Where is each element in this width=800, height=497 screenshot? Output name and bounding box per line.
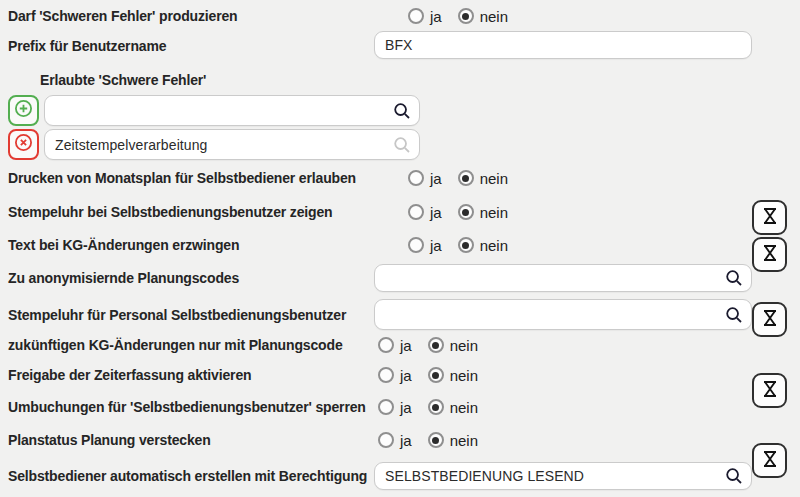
radio-ja-label[interactable]: ja bbox=[430, 170, 442, 187]
form-row: Text bei KG-Änderungen erzwingen ja nein bbox=[8, 233, 792, 257]
radio-nein[interactable] bbox=[458, 204, 474, 220]
form-row bbox=[8, 129, 792, 160]
hourglass-button[interactable] bbox=[752, 373, 787, 408]
form-row: Planstatus Planung verstecken ja nein bbox=[8, 428, 792, 452]
search-icon[interactable] bbox=[725, 269, 743, 287]
radio-ja[interactable] bbox=[378, 432, 394, 448]
radio-group: ja nein bbox=[408, 8, 508, 25]
form-row: Stempeluhr für Personal Selbstbedienungs… bbox=[8, 299, 792, 330]
radio-ja[interactable] bbox=[408, 170, 424, 186]
radio-nein-label[interactable]: nein bbox=[480, 170, 508, 187]
search-icon[interactable] bbox=[725, 306, 743, 324]
radio-nein-label[interactable]: nein bbox=[450, 432, 478, 449]
remove-button[interactable] bbox=[8, 129, 39, 160]
radio-nein[interactable] bbox=[428, 432, 444, 448]
radio-ja-label[interactable]: ja bbox=[430, 204, 442, 221]
search-input-wrap bbox=[374, 264, 752, 292]
field-label: zukünftigen KG-Änderungen nur mit Planun… bbox=[8, 337, 343, 353]
form-row: Stempeluhr bei Selbstbedienungsbenutzer … bbox=[8, 200, 792, 224]
radio-ja[interactable] bbox=[378, 367, 394, 383]
radio-group: ja nein bbox=[378, 432, 478, 449]
allowed-error-search-input[interactable] bbox=[45, 96, 393, 125]
hourglass-icon bbox=[760, 243, 780, 267]
add-button[interactable] bbox=[8, 95, 39, 126]
form-row: Drucken von Monatsplan für Selbstbediene… bbox=[8, 166, 792, 190]
form-row: Selbstbediener automatisch erstellen mit… bbox=[8, 461, 792, 491]
form-row: Prefix für Benutzername bbox=[8, 31, 792, 60]
radio-nein-label[interactable]: nein bbox=[480, 237, 508, 254]
radio-nein-label[interactable]: nein bbox=[480, 8, 508, 25]
radio-ja-label[interactable]: ja bbox=[400, 432, 412, 449]
timeclock-personnel-input[interactable] bbox=[375, 300, 725, 329]
radio-nein[interactable] bbox=[458, 170, 474, 186]
plus-icon bbox=[14, 99, 33, 122]
radio-nein[interactable] bbox=[458, 237, 474, 253]
radio-group: ja nein bbox=[378, 337, 478, 354]
search-input-wrap bbox=[44, 129, 420, 160]
field-label: Drucken von Monatsplan für Selbstbediene… bbox=[8, 170, 356, 186]
hourglass-icon bbox=[760, 206, 780, 230]
radio-nein[interactable] bbox=[428, 399, 444, 415]
radio-nein-label[interactable]: nein bbox=[450, 399, 478, 416]
hourglass-icon bbox=[760, 379, 780, 403]
search-icon[interactable] bbox=[393, 136, 411, 154]
radio-ja-label[interactable]: ja bbox=[430, 8, 442, 25]
text-input-wrap bbox=[374, 31, 752, 59]
form-row: zukünftigen KG-Änderungen nur mit Planun… bbox=[8, 333, 792, 357]
field-label: Planstatus Planung verstecken bbox=[8, 432, 211, 448]
field-label: Stempeluhr für Personal Selbstbedienungs… bbox=[8, 307, 346, 323]
search-icon[interactable] bbox=[393, 102, 411, 120]
radio-nein[interactable] bbox=[458, 8, 474, 24]
radio-group: ja nein bbox=[408, 237, 508, 254]
radio-group: ja nein bbox=[408, 204, 508, 221]
radio-nein[interactable] bbox=[428, 367, 444, 383]
field-label: Stempeluhr bei Selbstbedienungsbenutzer … bbox=[8, 204, 333, 220]
radio-group: ja nein bbox=[378, 367, 478, 384]
hourglass-button[interactable] bbox=[752, 200, 787, 235]
form-row: Darf 'Schweren Fehler' produzieren ja ne… bbox=[8, 4, 792, 28]
field-label: Darf 'Schweren Fehler' produzieren bbox=[8, 8, 238, 24]
field-label: Selbstbediener automatisch erstellen mit… bbox=[8, 468, 367, 484]
search-input-wrap bbox=[374, 299, 752, 330]
radio-ja-label[interactable]: ja bbox=[400, 337, 412, 354]
radio-group: ja nein bbox=[408, 170, 508, 187]
radio-ja[interactable] bbox=[378, 337, 394, 353]
radio-ja[interactable] bbox=[378, 399, 394, 415]
x-in-circle-icon bbox=[14, 133, 33, 156]
radio-nein-label[interactable]: nein bbox=[450, 367, 478, 384]
radio-ja-label[interactable]: ja bbox=[400, 399, 412, 416]
form-row: Freigabe der Zeiterfassung aktivieren ja… bbox=[8, 363, 792, 387]
search-input-wrap bbox=[374, 462, 752, 490]
hourglass-button[interactable] bbox=[752, 302, 787, 337]
section-label: Erlaubte 'Schwere Fehler' bbox=[40, 72, 206, 88]
settings-form: Darf 'Schweren Fehler' produzieren ja ne… bbox=[0, 0, 800, 497]
allowed-error-item-input[interactable] bbox=[45, 130, 393, 159]
search-input-wrap bbox=[44, 95, 420, 126]
form-row: Erlaubte 'Schwere Fehler' bbox=[8, 69, 792, 91]
radio-nein-label[interactable]: nein bbox=[480, 204, 508, 221]
field-label: Text bei KG-Änderungen erzwingen bbox=[8, 237, 239, 253]
hourglass-button[interactable] bbox=[752, 443, 787, 478]
radio-nein[interactable] bbox=[428, 337, 444, 353]
form-row: Zu anonymisiernde Planungscodes bbox=[8, 264, 792, 292]
radio-group: ja nein bbox=[378, 399, 478, 416]
radio-ja-label[interactable]: ja bbox=[430, 237, 442, 254]
anonymize-codes-input[interactable] bbox=[375, 265, 725, 291]
radio-nein-label[interactable]: nein bbox=[450, 337, 478, 354]
hourglass-button[interactable] bbox=[752, 237, 787, 272]
field-label: Umbuchungen für 'Selbstbedienungsbenutze… bbox=[8, 399, 366, 415]
form-row: Umbuchungen für 'Selbstbedienungsbenutze… bbox=[8, 395, 792, 419]
auto-create-permission-input[interactable] bbox=[375, 463, 725, 489]
search-icon[interactable] bbox=[725, 467, 743, 485]
field-label: Prefix für Benutzername bbox=[8, 38, 166, 54]
hourglass-icon bbox=[760, 449, 780, 473]
form-row bbox=[8, 95, 792, 126]
radio-ja[interactable] bbox=[408, 237, 424, 253]
prefix-input[interactable] bbox=[375, 32, 751, 58]
radio-ja[interactable] bbox=[408, 8, 424, 24]
hourglass-icon bbox=[760, 308, 780, 332]
radio-ja-label[interactable]: ja bbox=[400, 367, 412, 384]
field-label: Zu anonymisiernde Planungscodes bbox=[8, 270, 239, 286]
radio-ja[interactable] bbox=[408, 204, 424, 220]
field-label: Freigabe der Zeiterfassung aktivieren bbox=[8, 367, 251, 383]
